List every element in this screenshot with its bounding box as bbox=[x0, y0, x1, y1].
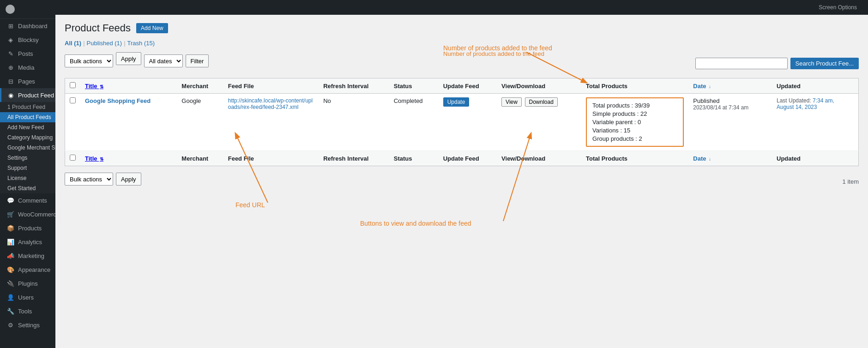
sidebar-subitem-label: Google Merchant Settings bbox=[7, 144, 55, 151]
sidebar-subitem-support[interactable]: Support bbox=[0, 163, 55, 173]
wp-logo-icon bbox=[6, 5, 15, 14]
sidebar-item-comments[interactable]: 💬 Comments bbox=[0, 193, 55, 207]
sidebar-item-label: Product Feed bbox=[18, 92, 54, 99]
updated-time-link[interactable]: 7:34 am, bbox=[813, 97, 834, 104]
col-update-feed: Update Feed bbox=[439, 78, 497, 94]
sidebar-subitem-get-started[interactable]: Get Started bbox=[0, 183, 55, 193]
sidebar-item-products[interactable]: 📦 Products bbox=[0, 221, 55, 235]
filter-all[interactable]: All (1) bbox=[65, 40, 81, 47]
sidebar-subitem-google-merchant[interactable]: Google Merchant Settings bbox=[0, 143, 55, 153]
update-feed-button[interactable]: Update bbox=[443, 97, 470, 107]
col2-title-sort[interactable]: Title ⇅ bbox=[85, 155, 103, 162]
col-title: Title ⇅ bbox=[80, 78, 177, 94]
col-updated: Updated bbox=[772, 78, 859, 94]
sidebar-subitem-label: Support bbox=[7, 165, 27, 171]
date2-sort-icon: ↓ bbox=[709, 156, 711, 162]
media-icon: ⊕ bbox=[7, 64, 14, 71]
sidebar-subitem-add-new-feed[interactable]: Add New Feed bbox=[0, 122, 55, 132]
sidebar-item-product-feed[interactable]: ◉ Product Feed bbox=[0, 88, 55, 102]
sidebar-item-settings-main[interactable]: ⚙ Settings bbox=[0, 318, 55, 332]
row-view-download-cell: View Download bbox=[497, 94, 581, 151]
select-all-checkbox[interactable] bbox=[70, 82, 76, 88]
sidebar-item-tools[interactable]: 🔧 Tools bbox=[0, 304, 55, 318]
screen-options-button[interactable]: Screen Options bbox=[815, 2, 861, 12]
sidebar-subitem-settings[interactable]: Settings bbox=[0, 153, 55, 163]
updated-date-link[interactable]: August 14, 2023 bbox=[777, 104, 817, 110]
row-update-cell: Update bbox=[439, 94, 497, 151]
row-merchant-cell: Google bbox=[177, 94, 223, 151]
add-new-button[interactable]: Add New bbox=[136, 23, 168, 33]
annotation-num-products: Number of products added to the feed bbox=[443, 50, 544, 57]
col-merchant: Merchant bbox=[177, 78, 223, 94]
pages-icon: ⊟ bbox=[7, 78, 14, 85]
col2-date: Date ↓ bbox=[688, 151, 772, 166]
col2-title: Title ⇅ bbox=[80, 151, 177, 166]
col-refresh-interval: Refresh Interval bbox=[319, 78, 389, 94]
sidebar-subitem-label: Category Mapping bbox=[7, 134, 53, 141]
col-date: Date ↓ bbox=[688, 78, 772, 94]
filter-button[interactable]: Filter bbox=[186, 54, 209, 67]
sidebar-subitem-1-product-feed[interactable]: 1 Product Feed bbox=[0, 102, 55, 112]
bulk-actions-select-top[interactable]: Bulk actions bbox=[65, 54, 113, 67]
col-title-sort[interactable]: Title ⇅ bbox=[85, 83, 103, 90]
sidebar-item-users[interactable]: 👤 Users bbox=[0, 290, 55, 304]
col2-merchant: Merchant bbox=[177, 151, 223, 166]
select-all-checkbox-bottom[interactable] bbox=[70, 155, 76, 161]
row-date-cell: Published 2023/08/14 at 7:34 am bbox=[688, 94, 772, 151]
tp-simple: Simple products : 22 bbox=[592, 110, 677, 117]
table-header: Title ⇅ Merchant Feed File Refresh Inter… bbox=[65, 78, 859, 94]
date-filter-select[interactable]: All dates bbox=[144, 54, 183, 67]
sidebar-item-plugins[interactable]: 🔌 Plugins bbox=[0, 276, 55, 290]
pagination-info: 1 item bbox=[843, 178, 859, 185]
sidebar-item-dashboard[interactable]: ⊞ Dashboard bbox=[0, 19, 55, 33]
col2-refresh-interval: Refresh Interval bbox=[319, 151, 389, 166]
row-total-products-cell: Total products : 39/39 Simple products :… bbox=[581, 94, 688, 151]
sidebar-item-analytics[interactable]: 📊 Analytics bbox=[0, 235, 55, 249]
filter-sep-1: | bbox=[83, 40, 84, 47]
search-button[interactable]: Search Product Fee... bbox=[790, 58, 859, 69]
sidebar-subitem-category-mapping[interactable]: Category Mapping bbox=[0, 132, 55, 143]
sidebar-item-appearance[interactable]: 🎨 Appearance bbox=[0, 263, 55, 276]
last-updated: Last Updated: 7:34 am, August 14, 2023 bbox=[777, 97, 854, 110]
feeds-table: Title ⇅ Merchant Feed File Refresh Inter… bbox=[65, 78, 859, 166]
filter-published[interactable]: Published (1) bbox=[87, 40, 122, 47]
sidebar-subitem-label: Add New Feed bbox=[7, 124, 44, 131]
tp-variations: Variations : 15 bbox=[592, 127, 677, 134]
date-time: 2023/08/14 at 7:34 am bbox=[693, 104, 767, 111]
sidebar-item-media[interactable]: ⊕ Media bbox=[0, 60, 55, 74]
sidebar-item-blocksy[interactable]: ◈ Blocksy bbox=[0, 33, 55, 47]
settings-icon: ⚙ bbox=[7, 321, 14, 329]
tp-variable-parent: Variable parent : 0 bbox=[592, 119, 677, 126]
sidebar-item-marketing[interactable]: 📣 Marketing bbox=[0, 249, 55, 263]
filter-links: All (1) | Published (1) | Trash (15) bbox=[65, 40, 859, 47]
apply-button-bottom[interactable]: Apply bbox=[116, 173, 141, 186]
col2-updated: Updated bbox=[772, 151, 859, 166]
table-body: Google Shopping Feed Google http://skinc… bbox=[65, 94, 859, 166]
row-checkbox[interactable] bbox=[70, 97, 76, 103]
col-date-sort[interactable]: Date ↓ bbox=[693, 83, 711, 90]
col2-date-sort[interactable]: Date ↓ bbox=[693, 155, 711, 162]
bulk-actions-select-bottom[interactable]: Bulk actions bbox=[65, 173, 113, 186]
sidebar-item-label: Appearance bbox=[18, 266, 50, 273]
col-checkbox bbox=[65, 78, 81, 94]
sidebar-item-pages[interactable]: ⊟ Pages bbox=[0, 74, 55, 88]
svg-text:Feed URL: Feed URL bbox=[235, 201, 265, 209]
feed-title-link[interactable]: Google Shopping Feed bbox=[85, 97, 151, 104]
sidebar-logo bbox=[0, 0, 55, 19]
apply-button-top[interactable]: Apply bbox=[116, 52, 141, 65]
blocksy-icon: ◈ bbox=[7, 36, 14, 43]
filter-trash[interactable]: Trash (15) bbox=[127, 40, 155, 47]
analytics-icon: 📊 bbox=[7, 238, 14, 246]
sidebar-item-woocommerce[interactable]: 🛒 WooCommerce bbox=[0, 207, 55, 221]
sidebar: ⊞ Dashboard ◈ Blocksy ✎ Posts ⊕ Media ⊟ … bbox=[0, 0, 55, 348]
sidebar-subitem-all-product-feeds[interactable]: All Product Feeds bbox=[0, 112, 55, 122]
sidebar-subitem-license[interactable]: License bbox=[0, 173, 55, 183]
sidebar-item-label: Settings bbox=[18, 322, 40, 329]
search-input[interactable] bbox=[695, 58, 788, 69]
download-feed-button[interactable]: Download bbox=[525, 97, 558, 107]
view-feed-button[interactable]: View bbox=[501, 97, 522, 107]
marketing-icon: 📣 bbox=[7, 252, 14, 259]
comments-icon: 💬 bbox=[7, 197, 14, 204]
feed-file-link[interactable]: http://skincafe.local/wp-content/uploads… bbox=[228, 97, 313, 110]
sidebar-item-posts[interactable]: ✎ Posts bbox=[0, 47, 55, 60]
